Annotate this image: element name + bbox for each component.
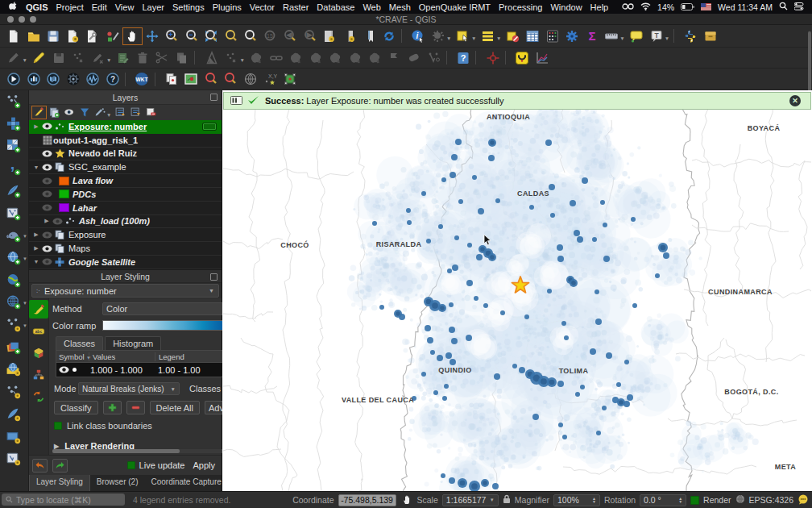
source-stack-g-icon[interactable] (6, 339, 22, 356)
layers-toolbar-removelayer-icon[interactable] (143, 106, 159, 119)
layers-toolbar-pendots-icon[interactable] (93, 106, 108, 119)
tb1-bookg2-icon[interactable] (340, 27, 360, 45)
styling-tab-history[interactable] (29, 387, 48, 406)
tb2-dimchain-icon[interactable] (266, 49, 286, 67)
layer-visibility-eye-icon[interactable] (41, 245, 53, 252)
tb2-dimpill-icon[interactable] (404, 49, 425, 67)
tb3-greenmap-icon[interactable] (181, 70, 201, 88)
tb2-dimdisk-icon[interactable] (48, 49, 68, 67)
tb3-wkt-icon[interactable]: WKT (132, 70, 152, 88)
tb3-cmap-icon[interactable] (44, 70, 64, 88)
tb1-info-icon[interactable]: i (408, 27, 429, 45)
tb3-cwave-icon[interactable] (83, 70, 103, 88)
tb3-cplay-icon[interactable] (4, 70, 24, 88)
tb3-pagesred-icon[interactable] (162, 70, 182, 88)
rotation-input[interactable]: 0.0 °▲▼ (640, 494, 686, 506)
render-checkbox[interactable] (690, 496, 699, 505)
layers-toolbar-expand2-icon[interactable] (128, 106, 143, 119)
layer-visibility-eye-icon[interactable] (41, 258, 53, 265)
source-comma-g-icon[interactable]: , (6, 160, 22, 177)
tb3-cques-icon[interactable]: ? (103, 70, 123, 88)
layer-item-maps[interactable]: ▶Maps (29, 242, 222, 256)
menu-project[interactable]: Project (52, 2, 88, 12)
tb3-extent-icon[interactable] (280, 70, 300, 88)
locator-input[interactable]: Type to locate (⌘K) (2, 493, 125, 506)
tb3-cgear-icon[interactable] (64, 70, 84, 88)
tb1-dimcirc-icon[interactable]: 15 (261, 27, 281, 45)
layer-item-exposure-number[interactable]: ▶Exposure: number (29, 120, 222, 134)
tb3-xystar-icon[interactable]: X,Y (260, 70, 280, 88)
tb3-grayglobe-icon[interactable] (241, 70, 261, 88)
expand-arrow-icon[interactable]: ▶ (31, 245, 41, 252)
tb1-magfull-icon[interactable] (201, 27, 222, 45)
source-feather-g-icon[interactable] (6, 183, 22, 199)
tb1-magyel-icon[interactable] (222, 27, 242, 45)
styling-detach-icon[interactable] (210, 273, 218, 281)
tb2-dimblob-icon[interactable] (305, 49, 325, 67)
source-elephant-g-icon[interactable] (6, 227, 22, 244)
source-vpoints-g-icon[interactable] (6, 94, 22, 110)
tb1-dimgear-icon[interactable] (429, 27, 449, 45)
tb1-folder-icon[interactable] (24, 27, 44, 45)
message-panel-icon[interactable] (230, 96, 242, 106)
tb2-dimblob-icon[interactable] (246, 49, 267, 67)
expand-arrow-icon[interactable]: ▼ (31, 259, 41, 264)
menu-processing[interactable]: Processing (495, 2, 546, 12)
bottom-tab-browser-2[interactable]: Browser (2) (90, 475, 145, 491)
styling-tab-cube[interactable] (29, 344, 48, 362)
tb2-dimcut-icon[interactable] (152, 49, 172, 67)
tb1-desel-icon[interactable] (503, 27, 523, 45)
layer-visibility-eye-icon[interactable] (41, 164, 53, 171)
menu-mesh[interactable]: Mesh (385, 2, 415, 12)
layer-visibility-eye-icon[interactable] (41, 190, 53, 198)
layer-visibility-eye-icon[interactable] (41, 123, 53, 130)
map-canvas[interactable]: ANTIOQUIABOYACÁCALDASCHOCÓRISARALDACUNDI… (222, 90, 812, 491)
tb1-tbubble-icon[interactable]: T (646, 27, 666, 45)
control-center-icon[interactable] (794, 2, 804, 12)
menu-window[interactable]: Window (546, 2, 586, 12)
layers-toolbar-expand1-icon[interactable] (113, 106, 128, 119)
tb1-bookb-icon[interactable] (359, 27, 379, 45)
bottom-tab-coordinate-capture[interactable]: Coordinate Capture (145, 475, 228, 491)
menubar-clock[interactable]: Wed 11:34 AM (718, 2, 773, 12)
menu-view[interactable]: View (111, 2, 139, 12)
layers-toolbar-brushbox-icon[interactable] (31, 106, 47, 119)
traffic-lights[interactable] (7, 16, 36, 23)
tb2-greenedit-icon[interactable] (113, 49, 133, 67)
tab-classes[interactable]: Classes (56, 336, 103, 350)
apply-button[interactable]: Apply (189, 459, 218, 472)
tb1-magminus-icon[interactable]: − (182, 27, 202, 45)
styling-tab-tree[interactable] (29, 365, 48, 384)
menu-web[interactable]: Web (358, 2, 384, 12)
menu-raster[interactable]: Raster (279, 2, 313, 12)
layer-visibility-eye-icon[interactable] (41, 231, 53, 239)
layer-item-exposure[interactable]: ▶Exposure (29, 228, 222, 242)
layer-item-google-satellite[interactable]: ▼Google Satellite (29, 256, 222, 269)
tb1-bubble-icon[interactable] (627, 27, 647, 45)
tb2-dimdots-icon[interactable] (68, 49, 89, 67)
lock-scale-icon[interactable] (503, 494, 511, 506)
live-update-checkbox[interactable] (127, 461, 135, 469)
color-ramp-select[interactable] (102, 320, 229, 331)
tb2-chart-icon[interactable] (532, 49, 552, 67)
tb2-dimV-icon[interactable] (424, 49, 444, 67)
tb1-cog-icon[interactable] (562, 27, 582, 45)
close-window-button[interactable] (7, 16, 14, 23)
layer-item-sgc-example[interactable]: ▼SGC_example (29, 160, 222, 174)
tb1-pagegear-icon[interactable] (64, 27, 84, 45)
layer-visibility-eye-icon[interactable] (41, 204, 53, 211)
menu-openquake-irmt[interactable]: OpenQuake IRMT (415, 2, 495, 12)
tb1-ruler-icon[interactable] (602, 27, 622, 45)
source-checker-g-icon[interactable] (6, 138, 22, 154)
tb1-swatch-icon[interactable] (103, 27, 123, 45)
source-globe2-g-icon[interactable] (6, 273, 22, 289)
redo-button[interactable] (52, 459, 68, 473)
source-vpoints2-y-icon[interactable] (6, 384, 22, 400)
tb2-dimpenx-icon[interactable] (88, 49, 108, 67)
source-vpoints-y-icon[interactable] (6, 317, 22, 333)
layer-item-lava-flow[interactable]: Lava flow (29, 174, 222, 188)
dropdown-arrow-icon[interactable]: ▼ (23, 234, 27, 239)
add-class-button[interactable] (103, 401, 122, 414)
messages-icon[interactable] (798, 494, 809, 506)
tb1-drawer-icon[interactable] (701, 27, 721, 45)
